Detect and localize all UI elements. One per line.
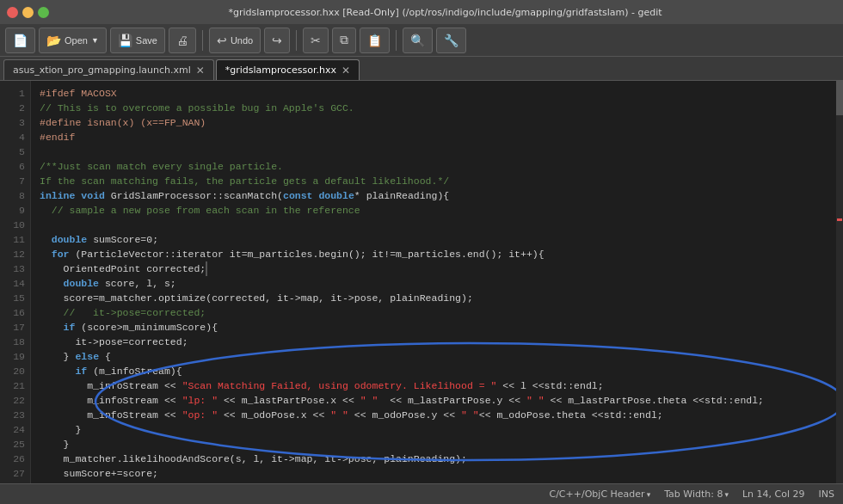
tools-button[interactable]: 🔧 xyxy=(436,28,466,53)
mode-label: INS xyxy=(819,489,834,500)
tab-gridslamprocessor-close[interactable]: ✕ xyxy=(342,65,350,76)
position-label: Ln 14, Col 29 xyxy=(742,489,805,500)
language-chevron-icon: ▾ xyxy=(647,490,651,499)
undo-icon: ↩ xyxy=(217,34,227,47)
search-icon: 🔍 xyxy=(410,34,425,47)
undo-label: Undo xyxy=(231,35,253,46)
status-bar: C/C++/ObjC Header ▾ Tab Width: 8 ▾ Ln 14… xyxy=(0,483,843,504)
paste-button[interactable]: 📋 xyxy=(360,28,390,53)
open-label: Open xyxy=(65,35,88,46)
code-content: #ifdef MACOSX // This is to overcome a p… xyxy=(40,86,834,483)
print-icon: 🖨 xyxy=(176,34,188,47)
close-button[interactable] xyxy=(7,7,18,18)
tab-launch-xml-label: asus_xtion_pro_gmapping.launch.xml xyxy=(13,65,191,76)
save-label: Save xyxy=(136,35,157,46)
copy-button[interactable]: ⧉ xyxy=(332,28,356,53)
window-controls xyxy=(7,7,49,18)
language-label: C/C++/ObjC Header xyxy=(549,489,644,500)
new-button[interactable]: 📄 xyxy=(5,28,35,53)
folder-icon: 📂 xyxy=(46,34,61,47)
tab-width-chevron-icon: ▾ xyxy=(724,490,729,499)
print-button[interactable]: 🖨 xyxy=(169,28,196,53)
open-button[interactable]: 📂 Open ▼ xyxy=(39,28,107,53)
cut-icon: ✂ xyxy=(311,34,321,47)
toolbar-separator-2 xyxy=(296,30,297,51)
error-mark-1 xyxy=(837,218,842,221)
toolbar: 📄 📂 Open ▼ 💾 Save 🖨 ↩ Undo ↪ ✂ ⧉ 📋 🔍 🔧 xyxy=(0,24,843,57)
window-title: *gridslamprocessor.hxx [Read-Only] (/opt… xyxy=(54,7,836,18)
save-button[interactable]: 💾 Save xyxy=(110,28,165,53)
status-right: C/C++/ObjC Header ▾ Tab Width: 8 ▾ Ln 14… xyxy=(549,489,834,500)
search-button[interactable]: 🔍 xyxy=(403,28,433,53)
redo-icon: ↪ xyxy=(272,34,282,47)
tab-bar: asus_xtion_pro_gmapping.launch.xml ✕ *gr… xyxy=(0,57,843,81)
copy-icon: ⧉ xyxy=(340,33,348,47)
cut-button[interactable]: ✂ xyxy=(303,28,329,53)
undo-button[interactable]: ↩ Undo xyxy=(209,28,261,53)
title-bar: *gridslamprocessor.hxx [Read-Only] (/opt… xyxy=(0,0,843,24)
line-numbers: 1 2 3 4 5 6 7 8 9 10 11 12 13 14 15 16 1… xyxy=(0,81,31,483)
chevron-down-icon: ▼ xyxy=(91,36,99,45)
scroll-indicator[interactable] xyxy=(836,81,843,483)
redo-button[interactable]: ↪ xyxy=(264,28,290,53)
toolbar-separator-1 xyxy=(202,30,203,51)
paste-icon: 📋 xyxy=(367,34,382,47)
toolbar-separator-3 xyxy=(396,30,397,51)
tab-launch-xml[interactable]: asus_xtion_pro_gmapping.launch.xml ✕ xyxy=(3,59,214,80)
tab-width-label: Tab Width: 8 xyxy=(664,489,723,500)
cursor-position: Ln 14, Col 29 xyxy=(742,489,805,500)
save-icon: 💾 xyxy=(118,34,132,47)
tab-gridslamprocessor[interactable]: *gridslamprocessor.hxx ✕ xyxy=(216,59,360,80)
language-selector[interactable]: C/C++/ObjC Header ▾ xyxy=(549,489,650,500)
minimize-button[interactable] xyxy=(22,7,34,18)
scroll-thumb[interactable] xyxy=(836,81,843,115)
new-icon: 📄 xyxy=(13,34,28,47)
insert-mode: INS xyxy=(819,489,834,500)
tab-gridslamprocessor-label: *gridslamprocessor.hxx xyxy=(225,65,336,76)
tab-launch-xml-close[interactable]: ✕ xyxy=(196,65,205,76)
maximize-button[interactable] xyxy=(38,7,49,18)
code-editor[interactable]: #ifdef MACOSX // This is to overcome a p… xyxy=(31,81,843,483)
editor-container: 1 2 3 4 5 6 7 8 9 10 11 12 13 14 15 16 1… xyxy=(0,81,843,483)
tab-width-selector[interactable]: Tab Width: 8 ▾ xyxy=(664,489,729,500)
tools-icon: 🔧 xyxy=(444,34,458,47)
